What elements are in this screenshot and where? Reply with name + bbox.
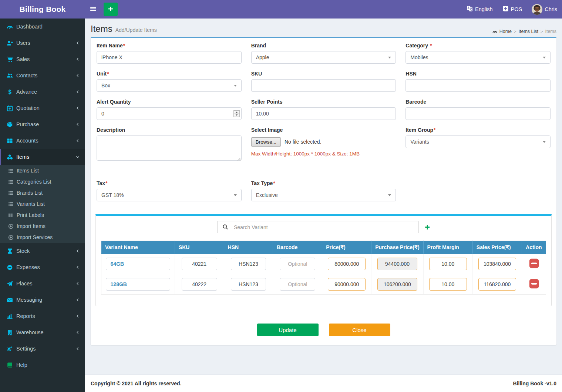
sidebar-item-sales[interactable]: Sales (0, 51, 85, 67)
hsn-field[interactable] (405, 79, 551, 92)
sidebar-toggle-button[interactable] (85, 0, 101, 19)
column-header-variant-name: Variant Name (101, 241, 175, 254)
variant-price-input[interactable] (328, 278, 366, 291)
chevron-down-icon (234, 85, 237, 87)
add-variant-button[interactable]: + (425, 223, 430, 232)
variant-barcode-input[interactable] (280, 258, 315, 270)
user-menu[interactable]: Chris (527, 0, 562, 19)
seller-points-field[interactable] (251, 107, 396, 120)
remove-variant-button[interactable] (528, 258, 540, 269)
sidebar-item-stock[interactable]: Stock (0, 243, 85, 259)
sidebar-item-label: Advance (16, 89, 75, 95)
close-button[interactable]: Close (329, 324, 390, 336)
remove-variant-button[interactable] (528, 278, 540, 289)
item-name-field[interactable] (97, 51, 242, 64)
browse-button[interactable]: Browse... (251, 137, 281, 147)
variant-sales-price-input[interactable] (478, 258, 516, 270)
bar-chart-icon (7, 313, 13, 319)
sidebar-item-purchase[interactable]: Purchase (0, 116, 85, 133)
sidebar-item-items[interactable]: Items (0, 149, 85, 165)
list-icon (8, 190, 14, 196)
sidebar-item-label: Contacts (16, 73, 75, 78)
sidebar-item-reports[interactable]: Reports (0, 308, 85, 324)
sidebar: DashboardUsersSalesContactsAdvanceQuotat… (0, 19, 85, 392)
book-icon (7, 362, 13, 368)
variant-profit-margin-input[interactable] (429, 258, 467, 270)
copyright-text: Copyright © 2021 All rights reserved. (91, 381, 182, 386)
variant-sales-price-input[interactable] (478, 278, 516, 291)
sidebar-item-messaging[interactable]: Messaging (0, 292, 85, 308)
variant-hsn-input[interactable] (231, 278, 266, 291)
barcode-field[interactable] (405, 107, 551, 120)
variant-barcode-input[interactable] (280, 278, 315, 291)
sku-field[interactable] (251, 79, 396, 92)
sidebar-item-dashboard[interactable]: Dashboard (0, 19, 85, 35)
dollar-icon (7, 89, 13, 95)
sidebar-item-accounts[interactable]: Accounts (0, 133, 85, 149)
alert-quantity-field[interactable] (97, 107, 242, 120)
list-icon (8, 168, 14, 174)
submenu-item-categories-list[interactable]: Categories List (0, 176, 85, 187)
submenu-item-items-list[interactable]: Items List (0, 165, 85, 176)
brand-logo[interactable]: Billing Book (0, 0, 85, 19)
version-text: Billing Book -v1.0 (513, 381, 556, 386)
sidebar-item-advance[interactable]: Advance (0, 84, 85, 100)
number-spinner-icon[interactable] (233, 110, 240, 117)
hourglass-icon (7, 248, 13, 254)
avatar (532, 4, 542, 15)
quick-add-button[interactable] (104, 3, 118, 16)
submenu-item-variants-list[interactable]: Variants List (0, 198, 85, 210)
chevron-left-icon (75, 298, 80, 302)
chevron-left-icon (75, 265, 80, 269)
plus-square-icon (502, 6, 509, 13)
unit-select[interactable]: Box (97, 79, 242, 92)
sidebar-item-help[interactable]: Help (0, 357, 85, 373)
variant-price-input[interactable] (328, 258, 366, 270)
chevron-left-icon (75, 90, 80, 94)
variant-name-input[interactable] (106, 278, 171, 291)
submenu-item-label: Categories List (17, 179, 51, 185)
breadcrumb-home[interactable]: Home (499, 29, 512, 34)
sidebar-item-quotation[interactable]: Quotation (0, 100, 85, 116)
sidebar-item-label: Messaging (16, 297, 75, 303)
breadcrumb-items-list[interactable]: Items List (519, 29, 539, 34)
submenu-item-label: Brands List (17, 190, 43, 196)
import-icon (8, 235, 14, 240)
minus-square-icon (528, 258, 540, 269)
submenu-item-import-services[interactable]: Import Services (0, 232, 85, 243)
chevron-left-icon (75, 249, 80, 253)
chevron-left-icon (75, 330, 80, 335)
column-header-sku: SKU (175, 241, 224, 254)
submenu-item-print-labels[interactable]: Print Labels (0, 210, 85, 221)
sidebar-item-label: Items (16, 154, 75, 160)
minus-circle-icon (7, 264, 13, 271)
variant-purchase-price-input (377, 278, 417, 291)
language-menu[interactable]: English (462, 0, 498, 19)
category-select[interactable]: Mobiles (405, 51, 551, 64)
column-header-price-: Price(₹) (322, 241, 371, 254)
sidebar-item-warehouse[interactable]: Warehouse (0, 324, 85, 341)
tax-type-select[interactable]: Exclusive (251, 189, 396, 201)
variant-sku-input[interactable] (182, 278, 217, 291)
description-field[interactable] (97, 135, 242, 161)
top-navbar: Billing Book English POS Chris (0, 0, 562, 19)
sidebar-item-places[interactable]: Places (0, 275, 85, 292)
variant-sku-input[interactable] (182, 258, 217, 270)
variant-hsn-input[interactable] (231, 258, 266, 270)
item-group-select[interactable]: Variants (405, 135, 551, 148)
sidebar-item-expenses[interactable]: Expenses (0, 259, 85, 275)
tax-select[interactable]: GST 18% (97, 189, 242, 201)
variant-profit-margin-input[interactable] (429, 278, 467, 291)
sidebar-item-settings[interactable]: Settings (0, 341, 85, 357)
sidebar-item-users[interactable]: Users (0, 35, 85, 51)
sidebar-item-contacts[interactable]: Contacts (0, 67, 85, 84)
variant-name-input[interactable] (106, 258, 171, 270)
submenu-item-import-items[interactable]: Import Items (0, 221, 85, 232)
update-button[interactable]: Update (257, 324, 319, 336)
search-variant-input[interactable] (217, 221, 419, 233)
submenu-item-brands-list[interactable]: Brands List (0, 187, 85, 198)
brand-select[interactable]: Apple (251, 51, 396, 64)
column-header-hsn: HSN (224, 241, 273, 254)
pos-button[interactable]: POS (498, 0, 527, 19)
submenu-item-label: Import Items (17, 223, 46, 229)
